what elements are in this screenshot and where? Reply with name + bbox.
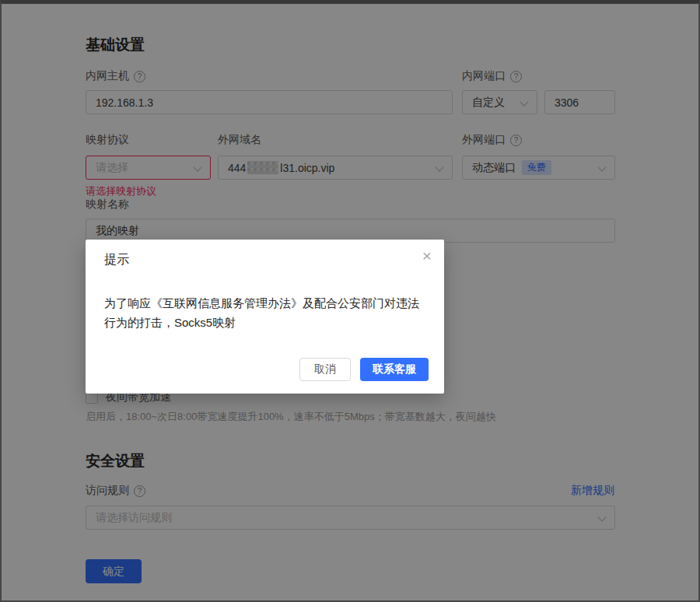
cancel-button[interactable]: 取消 <box>299 358 351 381</box>
notice-modal: 提示 × 为了响应《互联网信息服务管理办法》及配合公安部门对违法行为的打击，So… <box>86 240 444 394</box>
modal-footer: 取消 联系客服 <box>299 358 429 381</box>
close-icon[interactable]: × <box>422 247 432 264</box>
app-window: 基础设置 内网主机 ? 内网端口 ? 192.168.1.3 自定义 3306 … <box>0 0 700 602</box>
contact-support-button[interactable]: 联系客服 <box>360 358 429 381</box>
modal-body-text: 为了响应《互联网信息服务管理办法》及配合公安部门对违法行为的打击，Socks5映… <box>104 293 429 332</box>
modal-title: 提示 <box>104 252 129 268</box>
